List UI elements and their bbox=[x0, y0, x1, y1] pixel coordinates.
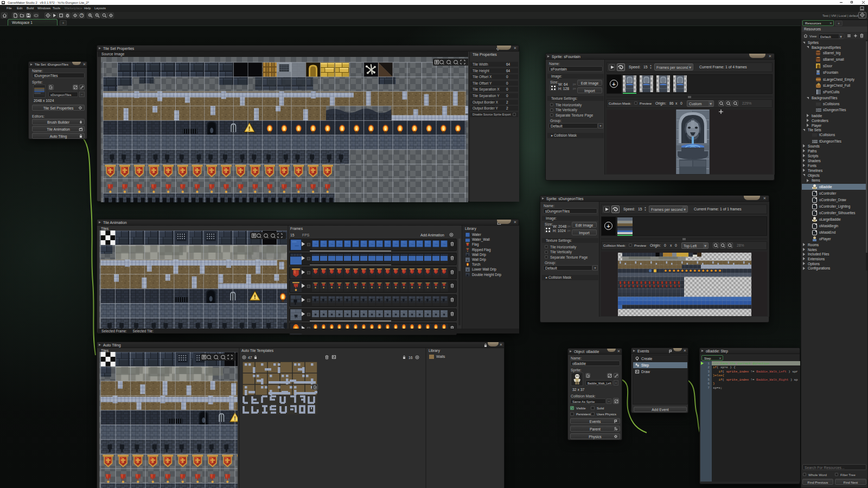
svg-text:?: ? bbox=[81, 14, 82, 17]
